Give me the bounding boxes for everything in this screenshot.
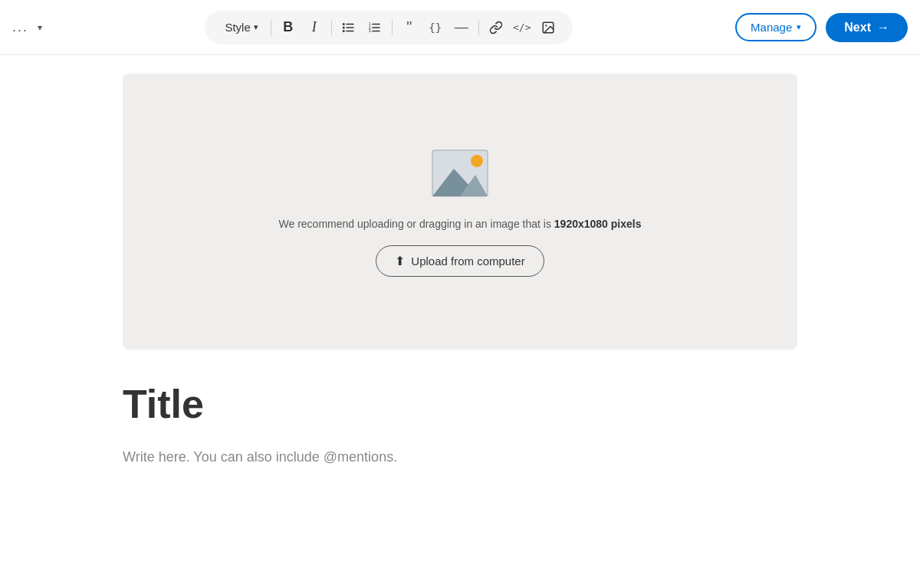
recommend-text: We recommend uploading or dragging in an… (279, 218, 642, 230)
blockquote-button[interactable]: " (397, 15, 422, 40)
svg-rect-5 (346, 30, 354, 31)
bold-button[interactable]: B (276, 15, 301, 40)
toolbar-divider-4 (478, 20, 479, 35)
svg-rect-1 (346, 23, 354, 25)
svg-rect-3 (346, 27, 354, 28)
image-placeholder-icon (429, 147, 491, 199)
article-subtitle[interactable]: Write here. You can also include @mentio… (123, 446, 797, 468)
svg-point-4 (342, 30, 344, 32)
style-label: Style (225, 21, 250, 34)
manage-label: Manage (751, 21, 792, 34)
ordered-list-button[interactable]: 1. 2. 3. (363, 15, 387, 40)
image-upload-area[interactable]: We recommend uploading or dragging in an… (123, 74, 797, 350)
manage-chevron-icon: ▾ (797, 22, 801, 32)
svg-text:3.: 3. (368, 28, 371, 33)
more-options-icon[interactable]: ... (12, 19, 28, 35)
toolbar-divider-1 (271, 20, 271, 35)
link-button[interactable] (484, 15, 508, 40)
recommend-text-bold: 1920x1080 pixels (554, 218, 642, 230)
ordered-list-icon: 1. 2. 3. (368, 21, 382, 34)
svg-point-2 (342, 26, 344, 28)
horizontal-rule-button[interactable]: — (449, 15, 474, 40)
next-arrow-icon: → (877, 21, 889, 34)
svg-point-15 (471, 155, 483, 167)
style-chevron-icon: ▾ (254, 22, 258, 32)
next-button[interactable]: Next → (826, 13, 908, 42)
svg-rect-9 (372, 27, 380, 28)
toolbar-chevron-icon[interactable]: ▾ (38, 22, 42, 33)
code-block-button[interactable]: {} (423, 15, 448, 40)
upload-from-computer-button[interactable]: ⬆ Upload from computer (376, 245, 544, 277)
upload-icon: ⬆ (395, 254, 405, 268)
svg-rect-7 (372, 23, 380, 25)
recommend-text-pre: We recommend uploading or dragging in an… (279, 218, 554, 230)
svg-rect-11 (372, 30, 380, 31)
main-content: We recommend uploading or dragging in an… (77, 74, 843, 468)
italic-button[interactable]: I (302, 15, 327, 40)
image-button[interactable] (536, 15, 560, 40)
article-title[interactable]: Title (123, 380, 797, 428)
toolbar-formatting: Style ▾ B I 1. 2. 3. (205, 11, 572, 44)
unordered-list-icon (342, 21, 356, 34)
link-icon (489, 21, 503, 34)
unordered-list-button[interactable] (337, 15, 361, 40)
manage-button[interactable]: Manage ▾ (735, 13, 816, 41)
svg-point-0 (342, 23, 344, 25)
toolbar-divider-2 (331, 20, 332, 35)
style-dropdown[interactable]: Style ▾ (217, 18, 265, 37)
article-title-area: Title Write here. You can also include @… (123, 380, 797, 468)
toolbar-right: Manage ▾ Next → (735, 13, 908, 42)
toolbar-left: ... ▾ (12, 19, 42, 35)
next-label: Next (844, 21, 871, 34)
embed-button[interactable]: </> (510, 15, 534, 40)
toolbar: ... ▾ Style ▾ B I 1. 2. 3. (0, 0, 920, 55)
svg-point-13 (545, 25, 547, 26)
image-icon (541, 21, 555, 34)
toolbar-divider-3 (392, 20, 393, 35)
upload-label: Upload from computer (411, 255, 524, 268)
